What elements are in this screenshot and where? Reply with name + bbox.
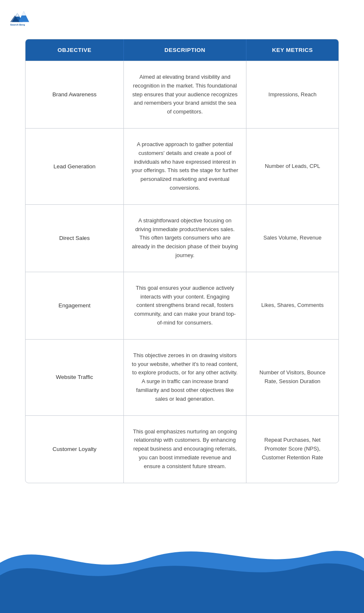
header-objective: OBJECTIVE bbox=[26, 39, 124, 61]
description-cell: This goal emphasizes nurturing an ongoin… bbox=[124, 416, 246, 483]
table-row: Lead Generation A proactive approach to … bbox=[26, 128, 338, 204]
description-cell: This goal ensures your audience actively… bbox=[124, 272, 246, 339]
objective-cell: Direct Sales bbox=[26, 205, 124, 272]
description-cell: A proactive approach to gather potential… bbox=[124, 129, 246, 204]
table-row: Engagement This goal ensures your audien… bbox=[26, 272, 338, 339]
svg-text:Search Berg: Search Berg bbox=[10, 23, 25, 26]
table-row: Brand Awareness Aimed at elevating brand… bbox=[26, 61, 338, 128]
objective-cell: Website Traffic bbox=[26, 340, 124, 415]
page-wrapper: Search Berg OBJECTIVE DESCRIPTION KEY ME… bbox=[0, 0, 364, 613]
metrics-cell: Repeat Purchases, Net Promoter Score (NP… bbox=[246, 416, 338, 483]
objective-cell: Brand Awareness bbox=[26, 61, 124, 128]
description-cell: This objective zeroes in on drawing visi… bbox=[124, 340, 246, 415]
objective-cell: Customer Loyalty bbox=[26, 416, 124, 483]
description-cell: A straightforward objective focusing on … bbox=[124, 205, 246, 272]
description-cell: Aimed at elevating brand visibility and … bbox=[124, 61, 246, 128]
metrics-cell: Sales Volume, Revenue bbox=[246, 205, 338, 272]
svg-marker-3 bbox=[15, 13, 19, 17]
table-row: Website Traffic This objective zeroes in… bbox=[26, 339, 338, 415]
data-table: OBJECTIVE DESCRIPTION KEY METRICS Brand … bbox=[25, 39, 339, 483]
header-metrics: KEY METRICS bbox=[246, 39, 338, 61]
metrics-cell: Number of Visitors, Bounce Rate, Session… bbox=[246, 340, 338, 415]
metrics-cell: Number of Leads, CPL bbox=[246, 129, 338, 204]
wave-footer bbox=[0, 529, 364, 613]
table-row: Customer Loyalty This goal emphasizes nu… bbox=[26, 415, 338, 483]
metrics-cell: Impressions, Reach bbox=[246, 61, 338, 128]
svg-marker-4 bbox=[22, 11, 26, 15]
header-description: DESCRIPTION bbox=[124, 39, 246, 61]
objective-cell: Engagement bbox=[26, 272, 124, 339]
objective-cell: Lead Generation bbox=[26, 129, 124, 204]
table-row: Direct Sales A straightforward objective… bbox=[26, 204, 338, 272]
table-header: OBJECTIVE DESCRIPTION KEY METRICS bbox=[26, 39, 338, 61]
logo-area: Search Berg bbox=[0, 0, 364, 31]
search-berg-logo: Search Berg bbox=[8, 8, 33, 26]
metrics-cell: Likes, Shares, Comments bbox=[246, 272, 338, 339]
